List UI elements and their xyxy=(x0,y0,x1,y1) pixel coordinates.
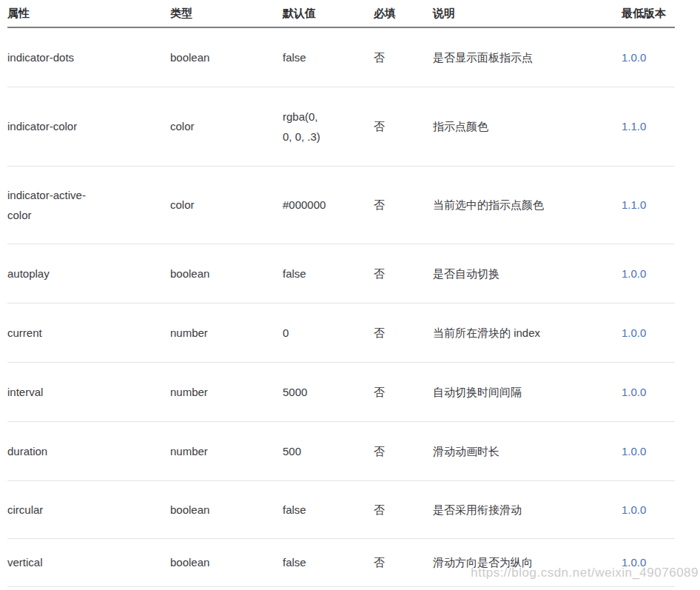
header-cell-type: 类型 xyxy=(170,0,283,23)
cell-attr: indicator-active- color xyxy=(7,185,170,226)
header-cell-default: 默认值 xyxy=(283,0,374,23)
version-link[interactable]: 1.1.0 xyxy=(622,116,675,136)
cell-desc: 是否采用衔接滑动 xyxy=(433,500,622,520)
cell-default: #000000 xyxy=(283,195,374,215)
cell-default: false xyxy=(283,552,374,572)
cell-attr: duration xyxy=(7,441,170,461)
cell-required: 否 xyxy=(374,323,433,343)
version-link[interactable]: 1.0.0 xyxy=(622,552,675,572)
cell-desc: 滑动方向是否为纵向 xyxy=(433,552,622,572)
cell-default: rgba(0, 0, 0, .3) xyxy=(283,107,374,147)
version-link[interactable]: 1.0.0 xyxy=(622,382,675,402)
cell-required: 否 xyxy=(374,116,433,136)
header-cell-attr: 属性 xyxy=(7,0,170,23)
cell-attr: vertical xyxy=(7,552,170,572)
cell-required: 否 xyxy=(374,441,433,461)
cell-type: boolean xyxy=(170,264,283,284)
cell-required: 否 xyxy=(374,195,433,215)
cell-attr: interval xyxy=(7,382,170,402)
cell-default: false xyxy=(283,264,374,284)
cell-type: boolean xyxy=(170,47,283,67)
table-row: circular boolean false 否 是否采用衔接滑动 1.0.0 xyxy=(7,481,675,539)
cell-default: 0 xyxy=(283,323,374,343)
cell-desc: 指示点颜色 xyxy=(433,116,622,136)
cell-desc: 滑动动画时长 xyxy=(433,441,622,461)
version-link[interactable]: 1.0.0 xyxy=(622,323,675,343)
cell-attr: indicator-color xyxy=(7,116,170,136)
cell-required: 否 xyxy=(374,552,433,572)
cell-desc: 是否自动切换 xyxy=(433,264,622,284)
cell-type: number xyxy=(170,441,283,461)
cell-default: 5000 xyxy=(283,382,374,402)
cell-required: 否 xyxy=(374,264,433,284)
table-row: current number 0 否 当前所在滑块的 index 1.0.0 xyxy=(7,304,675,363)
version-link[interactable]: 1.0.0 xyxy=(622,47,675,67)
cell-required: 否 xyxy=(374,500,433,520)
table-row: duration number 500 否 滑动动画时长 1.0.0 xyxy=(7,422,675,481)
table-header-row: 属性 类型 默认值 必填 说明 最低版本 xyxy=(7,0,675,28)
cell-type: color xyxy=(170,116,283,136)
header-cell-required: 必填 xyxy=(374,0,433,23)
table-row: indicator-dots boolean false 否 是否显示面板指示点… xyxy=(7,28,675,87)
cell-desc: 当前选中的指示点颜色 xyxy=(433,195,622,215)
cell-desc: 自动切换时间间隔 xyxy=(433,382,622,402)
cell-type: boolean xyxy=(170,552,283,572)
table-row: indicator-color color rgba(0, 0, 0, .3) … xyxy=(7,87,675,167)
header-cell-desc: 说明 xyxy=(433,0,622,23)
cell-desc: 是否显示面板指示点 xyxy=(433,47,622,67)
cell-attr: current xyxy=(7,323,170,343)
cell-attr: indicator-dots xyxy=(7,47,170,67)
cell-type: number xyxy=(170,382,283,402)
cell-type: boolean xyxy=(170,500,283,520)
cell-default: false xyxy=(283,500,374,520)
cell-desc: 当前所在滑块的 index xyxy=(433,323,622,343)
version-link[interactable]: 1.0.0 xyxy=(622,264,675,284)
table-row: vertical boolean false 否 滑动方向是否为纵向 1.0.0 xyxy=(7,539,675,587)
cell-type: color xyxy=(170,195,283,215)
attributes-table: 属性 类型 默认值 必填 说明 最低版本 indicator-dots bool… xyxy=(7,0,675,587)
version-link[interactable]: 1.0.0 xyxy=(622,500,675,520)
cell-type: number xyxy=(170,323,283,343)
cell-required: 否 xyxy=(374,382,433,402)
cell-default: false xyxy=(283,47,374,67)
version-link[interactable]: 1.1.0 xyxy=(622,195,675,215)
table-row: interval number 5000 否 自动切换时间间隔 1.0.0 xyxy=(7,363,675,422)
cell-attr: autoplay xyxy=(7,264,170,284)
header-cell-version: 最低版本 xyxy=(622,0,675,23)
version-link[interactable]: 1.0.0 xyxy=(622,441,675,461)
cell-default: 500 xyxy=(283,441,374,461)
cell-required: 否 xyxy=(374,47,433,67)
table-row: autoplay boolean false 否 是否自动切换 1.0.0 xyxy=(7,244,675,304)
cell-attr: circular xyxy=(7,500,170,520)
table-row: indicator-active- color color #000000 否 … xyxy=(7,167,675,244)
